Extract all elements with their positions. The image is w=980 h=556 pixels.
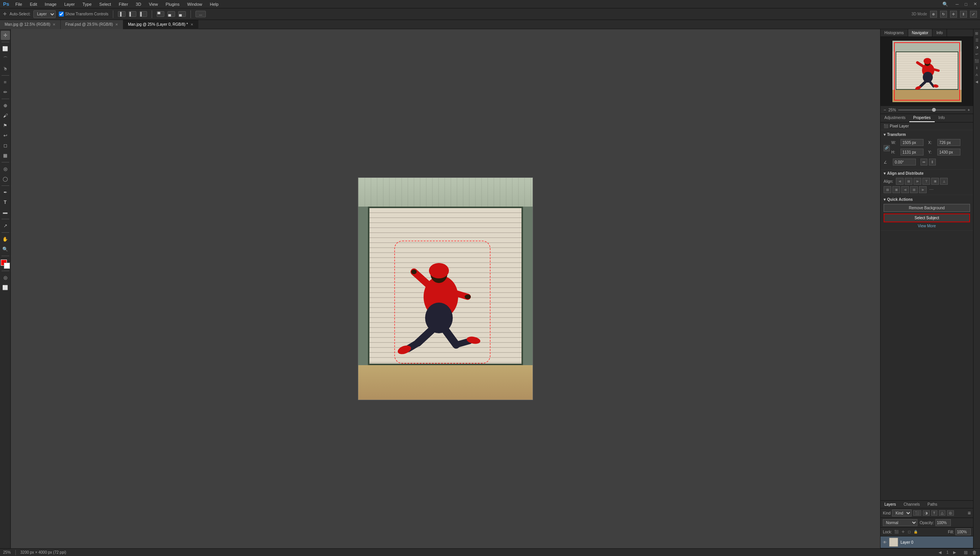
crop-tool[interactable]: ⌗ <box>1 78 10 87</box>
zoom-slider[interactable] <box>898 109 965 111</box>
3d-slide-btn[interactable]: ⇕ <box>960 11 967 18</box>
filter-adjustment-btn[interactable]: ◑ <box>923 510 930 516</box>
eyedropper-tool[interactable]: ✏ <box>1 88 10 97</box>
dist-center-btn[interactable]: ⊟ <box>910 186 918 193</box>
tab-paths[interactable]: Paths <box>924 501 941 508</box>
select-rect-tool[interactable]: ⬜ <box>1 44 10 53</box>
remove-background-btn[interactable]: Remove Background <box>884 204 970 212</box>
lasso-tool[interactable]: ⌒ <box>1 54 10 63</box>
tab-adjustments[interactable]: Adjustments <box>881 114 909 122</box>
tab-man-active[interactable]: Man.jpg @ 25% (Layer 0, RGB/8) * ✕ <box>123 20 198 29</box>
collapse-panel-btn[interactable]: ◀ <box>974 79 980 84</box>
shape-tool[interactable]: ▬ <box>1 208 10 217</box>
select-subject-tool[interactable]: 🖱 <box>1 64 10 73</box>
brush-tool[interactable]: 🖌 <box>1 111 10 120</box>
dist-right-btn[interactable]: ⊳ <box>919 186 927 193</box>
lock-pixels-btn[interactable]: ⬛ <box>894 530 899 534</box>
align-header[interactable]: ▾ Align and Distribute <box>884 171 970 175</box>
menu-view[interactable]: View <box>147 1 160 7</box>
adjustments-panel-toggle[interactable]: ◑ <box>974 45 980 50</box>
pen-tool[interactable]: ✒ <box>1 188 10 197</box>
menu-help[interactable]: Help <box>209 1 220 7</box>
align-center-v-btn[interactable]: ⊞ <box>931 178 939 185</box>
more-options-btn[interactable]: ... <box>195 11 205 17</box>
quick-mask-btn[interactable]: ◎ <box>1 273 10 282</box>
next-page-btn[interactable]: ▶ <box>953 550 956 554</box>
history-panel-toggle[interactable]: ↩ <box>974 51 980 57</box>
tab-info[interactable]: Info <box>932 29 947 36</box>
close-btn[interactable]: ✕ <box>973 2 977 7</box>
auto-select-dropdown[interactable]: Layer Group <box>33 10 56 18</box>
3d-roll-btn[interactable]: ↻ <box>940 11 947 18</box>
screen-mode-btn[interactable]: ⬜ <box>1 283 10 292</box>
align-right-edge-btn[interactable]: ⊳ <box>914 178 921 185</box>
quick-actions-header[interactable]: ▾ Quick Actions <box>884 197 970 202</box>
tab-navigator[interactable]: Navigator <box>908 29 933 36</box>
eraser-tool[interactable]: ◻ <box>1 141 10 150</box>
dist-left-btn[interactable]: ⊲ <box>901 186 909 193</box>
transform-header[interactable]: ▾ Transform <box>884 132 970 137</box>
transform-x-input[interactable] <box>937 139 960 146</box>
tab-man[interactable]: Man.jpg @ 12.5% (RGB/8) ✕ <box>0 20 61 29</box>
info-panel-toggle[interactable]: ℹ <box>974 65 980 71</box>
align-left-btn[interactable]: ▐ <box>118 11 126 17</box>
transform-w-input[interactable] <box>901 139 924 146</box>
minimize-btn[interactable]: ─ <box>956 2 959 7</box>
flip-v-btn[interactable]: ⇕ <box>929 159 936 165</box>
stamp-tool[interactable]: ⚑ <box>1 121 10 130</box>
layer-item-0[interactable]: 👁 Layer 0 <box>881 536 973 548</box>
path-select-tool[interactable]: ↗ <box>1 221 10 230</box>
menu-image[interactable]: Image <box>43 1 58 7</box>
3d-pan-btn[interactable]: ✛ <box>950 11 957 18</box>
menu-layer[interactable]: Layer <box>63 1 76 7</box>
filter-shape-btn[interactable]: △ <box>939 510 945 516</box>
layers-panel-toggle[interactable]: ☰ <box>974 38 980 43</box>
move-tool[interactable]: ✛ <box>1 31 10 40</box>
transform-y-input[interactable] <box>937 149 960 156</box>
menu-window[interactable]: Window <box>185 1 204 7</box>
align-bottom-btn[interactable]: ▄ <box>178 11 186 17</box>
tab-final[interactable]: Final.psd @ 29.5% (RGB/8) ✕ <box>61 20 123 29</box>
menu-filter[interactable]: Filter <box>117 1 129 7</box>
view-more-link[interactable]: View More <box>884 224 970 228</box>
zoom-in-btn[interactable]: + <box>968 108 970 112</box>
dist-v-btn[interactable]: ⊞ <box>892 186 900 193</box>
history-brush[interactable]: ↩ <box>1 131 10 140</box>
align-middle-btn[interactable]: ▄ <box>167 11 175 17</box>
more-align-btn[interactable]: ⋯ <box>929 187 934 192</box>
zoom-tool[interactable]: 🔍 <box>1 245 10 254</box>
menu-type[interactable]: Type <box>81 1 93 7</box>
text-tool[interactable]: T <box>1 198 10 207</box>
dist-h-btn[interactable]: ⊟ <box>884 186 891 193</box>
layers-options-btn[interactable]: ≡ <box>968 510 971 516</box>
tab-info-prop[interactable]: Info <box>935 114 949 122</box>
menu-edit[interactable]: Edit <box>28 1 39 7</box>
show-transform-checkbox[interactable] <box>59 12 64 17</box>
align-left-edge-btn[interactable]: ⊲ <box>896 178 904 185</box>
transform-link-icon[interactable]: 🔗 <box>884 145 890 151</box>
blending-mode-select[interactable]: Normal Multiply Screen <box>883 519 917 526</box>
align-top-edge-btn[interactable]: ⊤ <box>922 178 930 185</box>
filter-type-btn[interactable]: T <box>931 510 937 516</box>
fill-input[interactable] <box>955 528 971 535</box>
menu-select[interactable]: Select <box>98 1 113 7</box>
align-top-btn[interactable]: ▀ <box>157 11 164 17</box>
tab-histograms[interactable]: Histograms <box>881 29 908 36</box>
select-subject-btn[interactable]: Select Subject <box>884 213 970 222</box>
hand-tool[interactable]: ✋ <box>1 235 10 244</box>
flip-h-btn[interactable]: ⇔ <box>920 159 927 165</box>
kind-filter-select[interactable]: Kind <box>892 510 912 516</box>
zoom-out-btn[interactable]: − <box>884 108 886 112</box>
menu-plugins[interactable]: Plugins <box>164 1 181 7</box>
delete-layer-btn[interactable]: 🗑 <box>972 550 977 555</box>
dodge-tool[interactable]: ◯ <box>1 174 10 184</box>
align-right-btn[interactable]: ▌ <box>139 11 147 17</box>
transform-h-input[interactable] <box>901 149 924 156</box>
transform-angle-input[interactable] <box>893 159 916 165</box>
filter-pixel-btn[interactable]: ⬛ <box>913 510 921 516</box>
3d-scale-btn[interactable]: ⤢ <box>970 11 977 18</box>
canvas-area[interactable] <box>11 29 880 548</box>
new-layer-btn[interactable]: ⊞ <box>964 550 968 555</box>
maximize-btn[interactable]: □ <box>965 2 967 7</box>
align-center-h-btn[interactable]: ⊟ <box>905 178 912 185</box>
